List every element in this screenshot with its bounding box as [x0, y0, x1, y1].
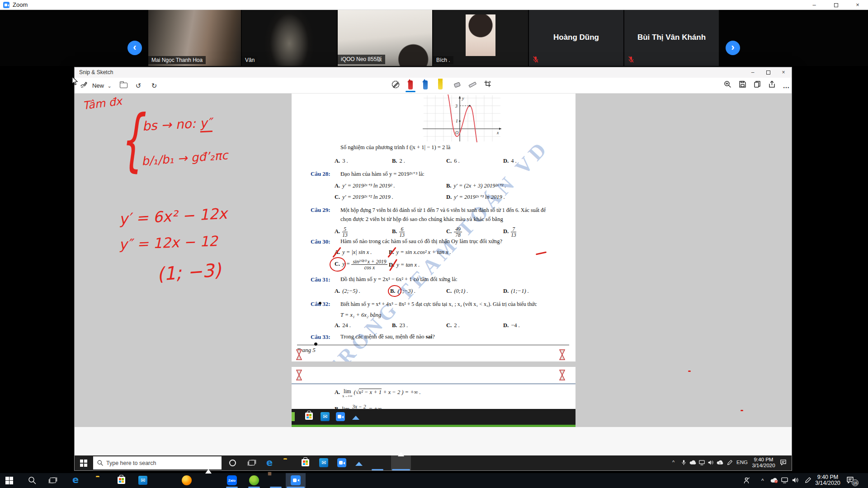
touch-pen-toggle[interactable] — [390, 80, 401, 91]
captured-taskbar: Type here to search e ✉ ^ — [75, 455, 792, 470]
active-app-tile[interactable] — [286, 473, 306, 488]
notification-badge: 16 — [852, 479, 859, 486]
people-icon[interactable] — [743, 477, 750, 485]
share-button[interactable] — [766, 80, 777, 91]
snip-close-button[interactable]: × — [776, 67, 791, 78]
snip-maximize-button[interactable] — [761, 67, 775, 78]
handwriting-title: Tâm đx — [82, 95, 123, 112]
new-snip-button[interactable]: New — [91, 80, 105, 91]
edge-icon[interactable]: e — [266, 457, 273, 468]
question-31-label: Câu 31: — [311, 276, 330, 283]
question-30-label: Câu 30: — [311, 238, 330, 245]
zoom-close-button[interactable]: × — [847, 0, 868, 10]
option-c: C.2 . — [446, 322, 460, 329]
volume-icon[interactable] — [792, 477, 798, 484]
snip-canvas[interactable]: Tâm đx { bs → no: y″ b/₁/b₁ → gđ’₂πc y′ … — [75, 94, 792, 470]
red-speck — [688, 371, 691, 372]
video-tile[interactable]: Bích . — [433, 10, 528, 66]
zoom-app-taskbar-icon — [291, 475, 301, 485]
video-tile[interactable]: Vân — [242, 10, 337, 66]
red-dash-mark — [536, 252, 547, 255]
start-button[interactable] — [80, 460, 87, 467]
more-options-button[interactable]: … — [781, 80, 792, 91]
zoom-video-strip: ‹ Mai Ngọc Thanh Hoa Vân iQOO Neo 855版 B… — [0, 10, 868, 66]
zoom-magnifier-button[interactable] — [722, 80, 733, 91]
zoom-app-taskbar-icon[interactable] — [337, 458, 346, 467]
cortana-icon[interactable] — [229, 460, 236, 466]
screen: Zoom – × ‹ Mai Ngọc Thanh Hoa Vân iQOO N… — [0, 0, 868, 488]
graph-ymax: 3 — [455, 103, 458, 108]
firefox-icon[interactable] — [182, 475, 192, 485]
store-icon[interactable] — [118, 477, 125, 484]
video-tile[interactable]: Hoàng Dũng — [529, 10, 623, 66]
video-tile[interactable]: Bùi Thị Vân Khánh — [624, 10, 719, 66]
copy-button[interactable] — [752, 80, 763, 91]
windows-ink-pen-icon[interactable] — [805, 477, 811, 484]
shared-screen-taskbar: ✉ — [292, 409, 576, 425]
task-view-icon[interactable] — [50, 478, 56, 483]
margin-pin-icon — [559, 349, 565, 360]
cloud-upload-icon[interactable] — [717, 460, 723, 466]
zoom-maximize-button[interactable] — [826, 0, 846, 10]
option-c: C.6 . — [446, 158, 460, 164]
video-tile[interactable]: iQOO Neo 855版 — [338, 10, 432, 66]
question-29-stem-2: chọn được 2 viên bi từ hộp đó sao cho ch… — [340, 216, 503, 223]
new-snip-dropdown[interactable]: ⌄ — [106, 80, 113, 91]
zalo-icon[interactable]: Zalo — [227, 475, 237, 485]
page-5: STRONG TEAM TOÁN VD — [292, 94, 576, 361]
redo-button[interactable]: ↻ — [149, 80, 159, 91]
search-box[interactable]: Type here to search — [93, 456, 222, 469]
handwriting-line-1: bs → no: y″ — [142, 115, 212, 134]
eraser-tool[interactable] — [452, 80, 462, 91]
ruler-tool[interactable] — [467, 80, 478, 91]
option-a: A.y = |x| sin x . — [335, 249, 372, 256]
store-icon[interactable] — [305, 413, 313, 420]
task-view-icon[interactable] — [249, 460, 255, 465]
prev-participants-button[interactable]: ‹ — [127, 41, 142, 55]
clock[interactable]: 9:40 PM3/14/2020 — [750, 457, 777, 469]
network-display-icon[interactable] — [781, 477, 788, 484]
video-tile[interactable]: Mai Ngọc Thanh Hoa — [148, 10, 241, 66]
onedrive-cloud-icon[interactable] — [689, 460, 696, 466]
onedrive-error-icon[interactable] — [770, 478, 778, 484]
option-a: A.513 — [335, 226, 348, 238]
handwriting-line-4: y″ = 12x − 12 — [118, 233, 218, 253]
save-button[interactable] — [737, 80, 748, 91]
black-dot-mark — [319, 302, 321, 305]
graph-origin: O — [455, 130, 458, 135]
mail-icon[interactable]: ✉ — [321, 412, 330, 421]
mail-icon[interactable]: ✉ — [319, 458, 328, 467]
question-32-stem-1: Biết hàm số y = x⁴ + 4x³ − 8x² + 5 đạt c… — [340, 301, 537, 308]
tray-expand-chevron[interactable]: ^ — [672, 460, 675, 465]
mail-icon[interactable]: ✉ — [138, 476, 147, 485]
highlighter-tool[interactable] — [438, 80, 443, 89]
crop-tool[interactable] — [482, 80, 493, 91]
mic-tray-icon[interactable] — [681, 460, 686, 466]
next-participants-button[interactable]: › — [726, 41, 740, 55]
snip-minimize-button[interactable]: – — [745, 67, 760, 78]
system-taskbar: e ✉ Zalo ^ 9:40 PM3/14/2020 16 — [0, 473, 868, 488]
store-icon[interactable] — [302, 459, 309, 466]
windows-ink-pen-icon[interactable] — [727, 460, 733, 466]
question-28-stem: Đạo hàm của hàm số y = 2019²ˣ⁺³ là: — [340, 170, 425, 178]
open-file-button[interactable] — [120, 83, 127, 88]
tray-expand-chevron[interactable]: ^ — [761, 478, 764, 484]
zoom-minimize-button[interactable]: – — [804, 0, 825, 10]
search-icon[interactable] — [28, 476, 36, 486]
undo-button[interactable]: ↺ — [133, 80, 143, 91]
start-button[interactable] — [5, 477, 13, 484]
running-app-indicator — [392, 469, 410, 470]
edge-icon[interactable]: e — [72, 474, 79, 485]
clock[interactable]: 9:40 PM3/14/2020 — [814, 474, 842, 486]
question-32-stem-2: T = x₁ + 6x₂ bằng — [340, 312, 381, 319]
green-browser-icon[interactable] — [249, 475, 259, 485]
language-indicator[interactable]: ENG — [736, 460, 748, 465]
action-center-icon[interactable] — [780, 459, 787, 467]
network-display-icon[interactable] — [699, 460, 705, 466]
participant-name: Mai Ngọc Thanh Hoa — [148, 56, 206, 64]
touch-writing-icon[interactable] — [79, 80, 89, 91]
active-app-tile[interactable] — [391, 455, 411, 470]
option-c: C.(0;1) . — [446, 288, 468, 295]
zoom-app-taskbar-icon[interactable] — [336, 412, 345, 421]
volume-icon[interactable] — [708, 460, 713, 466]
